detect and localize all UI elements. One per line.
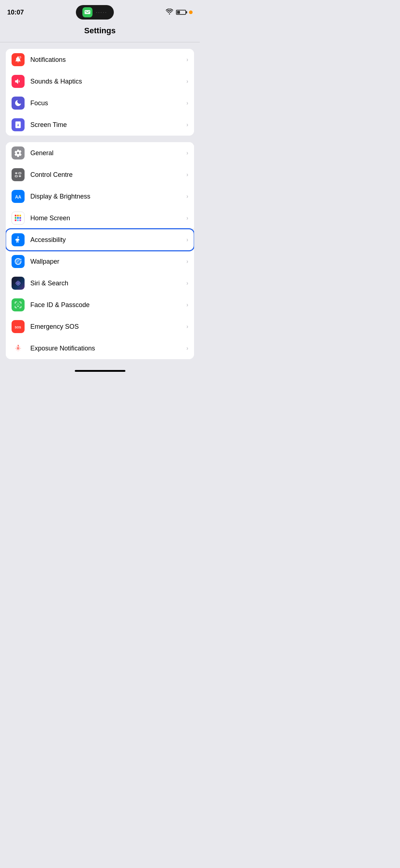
svg-point-18 xyxy=(17,237,19,238)
sounds-chevron: › xyxy=(186,78,188,85)
sounds-label: Sounds & Haptics xyxy=(30,78,186,85)
screentime-label: Screen Time xyxy=(30,121,186,129)
exposure-item[interactable]: Exposure Notifications › xyxy=(6,337,194,359)
status-bar: 10:07 ····· xyxy=(0,0,200,22)
controlcentre-label: Control Centre xyxy=(30,171,186,179)
section-notifications: Notifications › Sounds & Haptics › Focus… xyxy=(6,49,194,136)
screentime-chevron: › xyxy=(186,122,188,128)
siri-icon xyxy=(12,277,25,290)
exposure-icon xyxy=(12,342,25,355)
svg-rect-15 xyxy=(15,220,17,221)
display-icon: AA xyxy=(12,190,25,203)
svg-point-31 xyxy=(20,348,21,349)
focus-item[interactable]: Focus › xyxy=(6,92,194,114)
wallpaper-label: Wallpaper xyxy=(30,258,186,265)
status-right xyxy=(166,9,193,16)
svg-point-32 xyxy=(16,346,17,347)
screentime-item[interactable]: Screen Time › xyxy=(6,114,194,136)
status-center-pill: ····· xyxy=(76,5,114,20)
svg-point-35 xyxy=(20,350,20,350)
exposure-chevron: › xyxy=(186,345,188,352)
svg-rect-4 xyxy=(15,173,17,174)
svg-rect-11 xyxy=(20,215,21,217)
svg-point-33 xyxy=(20,346,20,347)
svg-point-21 xyxy=(17,282,19,284)
homescreen-item[interactable]: Home Screen › xyxy=(6,207,194,229)
bottom-home-bar-area xyxy=(0,366,200,375)
svg-rect-13 xyxy=(17,217,19,219)
focus-chevron: › xyxy=(186,100,188,106)
homescreen-chevron: › xyxy=(186,215,188,221)
focus-label: Focus xyxy=(30,99,186,107)
sounds-item[interactable]: Sounds & Haptics › xyxy=(6,71,194,92)
siri-item[interactable]: Siri & Search › xyxy=(6,272,194,294)
faceid-icon xyxy=(12,298,25,311)
display-chevron: › xyxy=(186,193,188,200)
emergencysos-chevron: › xyxy=(186,323,188,330)
svg-rect-17 xyxy=(20,220,21,221)
svg-rect-16 xyxy=(17,220,19,221)
faceid-chevron: › xyxy=(186,302,188,308)
sounds-icon xyxy=(12,75,25,88)
wallpaper-chevron: › xyxy=(186,258,188,265)
svg-point-25 xyxy=(17,348,19,349)
svg-rect-5 xyxy=(15,175,17,177)
svg-rect-9 xyxy=(15,215,17,217)
wallpaper-item[interactable]: Wallpaper › xyxy=(6,251,194,272)
accessibility-item[interactable]: Accessibility › xyxy=(6,229,194,251)
display-item[interactable]: AA Display & Brightness › xyxy=(6,186,194,207)
svg-rect-7 xyxy=(19,175,21,177)
focus-icon xyxy=(12,97,25,110)
wifi-icon xyxy=(166,9,173,16)
accessibility-label: Accessibility xyxy=(30,236,186,244)
emergencysos-item[interactable]: SOS Emergency SOS › xyxy=(6,316,194,337)
message-icon xyxy=(82,7,93,17)
general-chevron: › xyxy=(186,150,188,156)
faceid-item[interactable]: Face ID & Passcode › xyxy=(6,294,194,316)
section-general: General › Control Centre › AA Display & … xyxy=(6,142,194,359)
svg-point-34 xyxy=(16,350,17,350)
home-bar xyxy=(75,370,125,372)
svg-point-28 xyxy=(18,345,18,346)
notifications-label: Notifications xyxy=(30,56,186,64)
general-label: General xyxy=(30,149,186,157)
svg-text:SOS: SOS xyxy=(15,326,21,329)
emergencysos-label: Emergency SOS xyxy=(30,323,186,331)
faceid-label: Face ID & Passcode xyxy=(30,301,186,309)
svg-point-30 xyxy=(15,348,16,349)
controlcentre-chevron: › xyxy=(186,171,188,178)
status-time: 10:07 xyxy=(7,9,24,16)
siri-label: Siri & Search xyxy=(30,280,186,287)
screentime-icon xyxy=(12,118,25,131)
siri-chevron: › xyxy=(186,280,188,286)
display-label: Display & Brightness xyxy=(30,193,186,200)
svg-rect-12 xyxy=(15,217,17,219)
accessibility-chevron: › xyxy=(186,237,188,243)
svg-rect-10 xyxy=(17,215,19,217)
general-item[interactable]: General › xyxy=(6,142,194,164)
status-dots: ····· xyxy=(96,10,108,15)
accessibility-icon xyxy=(12,233,25,246)
general-icon xyxy=(12,146,25,159)
notifications-item[interactable]: Notifications › xyxy=(6,49,194,71)
emergencysos-icon: SOS xyxy=(12,320,25,333)
wallpaper-icon xyxy=(12,255,25,268)
homescreen-label: Home Screen xyxy=(30,214,186,222)
title-divider xyxy=(0,42,200,42)
svg-text:AA: AA xyxy=(15,195,22,200)
orange-dot-indicator xyxy=(189,10,193,14)
controlcentre-icon xyxy=(12,168,25,181)
notifications-icon xyxy=(12,53,25,66)
svg-point-3 xyxy=(20,57,21,58)
homescreen-icon xyxy=(12,212,25,225)
svg-point-29 xyxy=(18,350,18,351)
svg-rect-6 xyxy=(19,173,21,174)
svg-rect-14 xyxy=(20,217,21,219)
page-title: Settings xyxy=(0,22,200,42)
svg-rect-0 xyxy=(85,10,90,14)
battery-icon xyxy=(176,10,186,15)
notifications-chevron: › xyxy=(186,56,188,63)
controlcentre-item[interactable]: Control Centre › xyxy=(6,164,194,186)
exposure-label: Exposure Notifications xyxy=(30,345,186,352)
